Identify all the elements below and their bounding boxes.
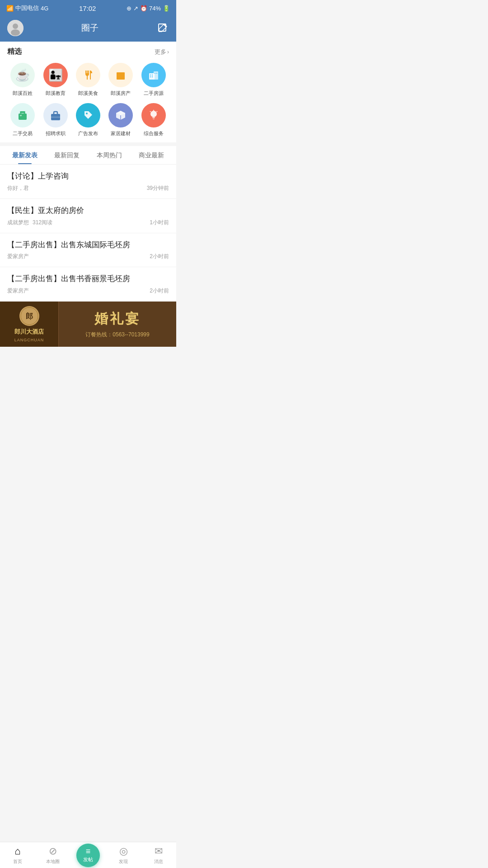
post-time: 39分钟前 <box>147 184 169 192</box>
ad-banner[interactable]: 郎 郎川大酒店 LANGCHUAN 婚礼宴 订餐热线：0563--7013999 <box>0 302 176 347</box>
tab-reply[interactable]: 最新回复 <box>46 146 89 164</box>
post-author: 爱家房产 <box>7 253 29 260</box>
svg-point-2 <box>11 29 20 36</box>
svg-point-28 <box>86 113 88 114</box>
category-icon-ershoufangyuan <box>141 63 166 87</box>
post-author-reads: 爱家房产 <box>7 253 29 260</box>
category-label-jiaju: 家居建材 <box>111 130 131 137</box>
category-label-zhaopin: 招聘求职 <box>46 130 66 137</box>
categories-grid: ☕郎溪百姓👨‍👧郎溪教育郎溪美食郎溪房产二手房源二手交易招聘求职广告发布家居建材… <box>7 63 169 137</box>
svg-rect-17 <box>150 75 151 75</box>
status-left: 📶 中国电信 4G <box>6 4 48 12</box>
category-ershoufangyuan[interactable]: 二手房源 <box>138 63 169 97</box>
featured-title: 精选 <box>7 47 22 57</box>
svg-text:郎: 郎 <box>26 312 33 320</box>
svg-rect-25 <box>20 111 25 113</box>
category-label-fangchan: 郎溪房产 <box>111 90 131 97</box>
time-label: 17:02 <box>79 5 96 12</box>
category-label-ershoufangyuan: 二手房源 <box>144 90 164 97</box>
chevron-right-icon: › <box>167 49 169 55</box>
tab-latest[interactable]: 最新发表 <box>4 146 46 164</box>
ad-right: 婚礼宴 订餐热线：0563--7013999 <box>59 302 176 347</box>
ad-hotel-sub: LANGCHUAN <box>14 338 44 342</box>
status-right: ⊕ ↗ ⏰ 74% 🔋 <box>127 5 170 12</box>
post-reads: 312阅读 <box>33 219 52 226</box>
featured-section: 精选 更多 › ☕郎溪百姓👨‍👧郎溪教育郎溪美食郎溪房产二手房源二手交易招聘求职… <box>0 42 176 142</box>
tab-hot[interactable]: 本周热门 <box>88 146 131 164</box>
category-icon-guanggao <box>76 103 100 127</box>
posts-section: 【讨论】上学咨询你好，君39分钟前【民生】亚太府的房价成就梦想312阅读1小时前… <box>0 165 176 302</box>
category-zhaopin[interactable]: 招聘求职 <box>40 103 70 137</box>
post-title: 【民生】亚太府的房价 <box>7 205 169 216</box>
category-jiaoyu[interactable]: 👨‍👧郎溪教育 <box>40 63 70 97</box>
category-icon-jiaoyu: 👨‍👧 <box>43 63 68 87</box>
category-label-ershoujiaoy: 二手交易 <box>13 130 33 137</box>
battery-icon: 🔋 <box>163 5 170 12</box>
network-label: 4G <box>41 5 48 12</box>
tabs-section: 最新发表最新回复本周热门商业最新 <box>0 146 176 165</box>
category-label-baixing: 郎溪百姓 <box>13 90 33 97</box>
svg-line-35 <box>156 111 157 112</box>
status-bar: 📶 中国电信 4G 17:02 ⊕ ↗ ⏰ 74% 🔋 <box>0 0 176 16</box>
post-meta: 爱家房产2小时前 <box>7 287 169 295</box>
category-icon-zonghe <box>141 103 166 127</box>
svg-point-1 <box>13 24 18 29</box>
edit-button[interactable] <box>156 22 169 34</box>
post-meta: 你好，君39分钟前 <box>7 184 169 192</box>
post-item[interactable]: 【讨论】上学咨询你好，君39分钟前 <box>0 165 176 199</box>
category-label-jiaoyu: 郎溪教育 <box>46 90 66 97</box>
svg-rect-9 <box>120 74 122 75</box>
category-jiaju[interactable]: 家居建材 <box>105 103 136 137</box>
post-title: 【二手房出售】出售书香丽景毛坯房 <box>7 274 169 284</box>
svg-rect-19 <box>155 73 155 74</box>
svg-rect-10 <box>122 74 123 75</box>
post-item[interactable]: 【民生】亚太府的房价成就梦想312阅读1小时前 <box>0 199 176 233</box>
category-baixing[interactable]: ☕郎溪百姓 <box>7 63 38 97</box>
svg-rect-23 <box>19 113 27 120</box>
alarm-icon: ⏰ <box>140 5 147 12</box>
ad-sub-text: 订餐热线：0563--7013999 <box>85 331 149 339</box>
category-fangchan[interactable]: 郎溪房产 <box>105 63 136 97</box>
svg-rect-13 <box>122 76 123 77</box>
svg-rect-11 <box>118 76 119 77</box>
edit-icon <box>157 23 168 33</box>
post-title: 【讨论】上学咨询 <box>7 171 169 182</box>
post-author-reads: 你好，君 <box>7 184 29 192</box>
svg-rect-14 <box>119 77 122 80</box>
category-icon-meishi <box>76 63 100 87</box>
post-time: 2小时前 <box>150 287 169 295</box>
category-icon-fangchan <box>108 63 133 87</box>
post-item[interactable]: 【二手房出售】出售东城国际毛坯房爱家房产2小时前 <box>0 233 176 268</box>
avatar[interactable] <box>7 20 23 36</box>
category-zonghe[interactable]: 综合服务 <box>138 103 169 137</box>
category-label-zonghe: 综合服务 <box>144 130 164 137</box>
location-icon: ⊕ <box>127 5 131 12</box>
svg-rect-22 <box>152 76 153 77</box>
tab-business[interactable]: 商业最新 <box>131 146 173 164</box>
svg-rect-21 <box>150 76 151 77</box>
svg-rect-18 <box>152 75 153 75</box>
post-author: 你好，君 <box>7 184 29 192</box>
post-time: 1小时前 <box>150 219 169 226</box>
svg-rect-8 <box>118 74 119 75</box>
post-item[interactable]: 【二手房出售】出售书香丽景毛坯房爱家房产2小时前 <box>0 267 176 302</box>
more-link[interactable]: 更多 › <box>155 48 169 56</box>
svg-rect-32 <box>153 118 155 119</box>
category-meishi[interactable]: 郎溪美食 <box>73 63 103 97</box>
ad-hotel-info: 郎 郎川大酒店 LANGCHUAN <box>0 302 59 347</box>
signal-icon: 📶 <box>6 5 14 12</box>
category-ershoujiaoy[interactable]: 二手交易 <box>7 103 38 137</box>
post-meta: 成就梦想312阅读1小时前 <box>7 219 169 226</box>
category-guanggao[interactable]: 广告发布 <box>73 103 103 137</box>
svg-rect-12 <box>120 76 122 77</box>
carrier-label: 中国电信 <box>15 4 39 12</box>
category-label-meishi: 郎溪美食 <box>78 90 98 97</box>
post-author: 爱家房产 <box>7 287 29 295</box>
svg-rect-31 <box>152 117 155 118</box>
post-time: 2小时前 <box>150 253 169 260</box>
post-title: 【二手房出售】出售东城国际毛坯房 <box>7 240 169 250</box>
post-author-reads: 爱家房产 <box>7 287 29 295</box>
svg-line-34 <box>150 111 151 112</box>
featured-header: 精选 更多 › <box>7 47 169 57</box>
ad-logo: 郎 <box>19 306 39 326</box>
